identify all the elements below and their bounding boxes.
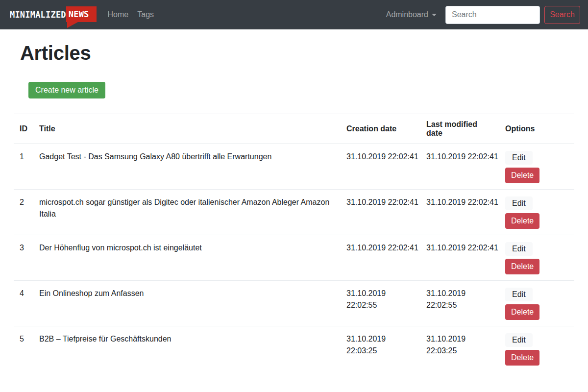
article-title-cell: Ein Onlineshop zum Anfassen [33, 281, 341, 326]
brand-text-news: NEWS [66, 6, 97, 22]
adminboard-dropdown-label: Adminboard [386, 10, 428, 19]
article-title-cell: microspot.ch sogar günstiger als Digitec… [33, 190, 341, 235]
adminboard-dropdown[interactable]: Adminboard [383, 6, 440, 23]
edit-button[interactable]: Edit [505, 288, 533, 301]
article-last-modified-cell: 31.10.2019 22:02:55 [420, 281, 499, 326]
edit-button[interactable]: Edit [505, 151, 533, 165]
delete-button[interactable]: Delete [505, 304, 539, 320]
article-creation-date-cell: 31.10.2019 22:02:41 [341, 190, 420, 235]
top-navbar: MINIMALIZEDNEWS Home Tags Adminboard Sea… [0, 0, 588, 29]
article-last-modified-cell: 31.10.2019 22:02:41 [420, 235, 499, 281]
column-header-id: ID [14, 114, 33, 144]
articles-table-body: 1 Gadget Test - Das Samsung Galaxy A80 ü… [14, 144, 574, 372]
table-row: 1 Gadget Test - Das Samsung Galaxy A80 ü… [14, 144, 574, 190]
article-id-cell: 4 [14, 281, 33, 326]
create-new-article-button[interactable]: Create new article [28, 82, 105, 98]
delete-button[interactable]: Delete [505, 259, 539, 274]
article-last-modified-cell: 31.10.2019 22:03:25 [420, 326, 499, 372]
edit-button[interactable]: Edit [505, 196, 533, 210]
table-header-row: ID Title Creation date Last modified dat… [14, 114, 574, 144]
article-title-cell: B2B – Tiefpreise für Geschäftskunden [33, 326, 341, 372]
article-last-modified-cell: 31.10.2019 22:02:41 [420, 144, 499, 190]
column-header-title: Title [33, 114, 341, 144]
table-row: 2 microspot.ch sogar günstiger als Digit… [14, 190, 574, 235]
article-options-cell: Edit Delete [499, 235, 574, 281]
column-header-last-modified-date: Last modified date [420, 114, 499, 144]
article-last-modified-cell: 31.10.2019 22:02:41 [420, 190, 499, 235]
article-id-cell: 5 [14, 326, 33, 372]
delete-button[interactable]: Delete [505, 350, 539, 366]
chevron-down-icon [432, 14, 437, 16]
navbar-right: Adminboard Search [383, 6, 580, 24]
table-row: 4 Ein Onlineshop zum Anfassen 31.10.2019… [14, 281, 574, 326]
brand-logo[interactable]: MINIMALIZEDNEWS [10, 7, 97, 22]
article-options-cell: Edit Delete [499, 190, 574, 235]
delete-button[interactable]: Delete [505, 213, 539, 229]
articles-table: ID Title Creation date Last modified dat… [14, 114, 574, 371]
search-input[interactable] [445, 6, 540, 24]
article-options-cell: Edit Delete [499, 281, 574, 326]
delete-button[interactable]: Delete [505, 168, 539, 183]
search-button[interactable]: Search [544, 6, 580, 24]
edit-button[interactable]: Edit [505, 242, 533, 256]
article-options-cell: Edit Delete [499, 326, 574, 372]
main-content: Articles Create new article ID Title Cre… [0, 42, 588, 371]
article-id-cell: 2 [14, 190, 33, 235]
nav-links: Home Tags [103, 6, 158, 23]
article-creation-date-cell: 31.10.2019 22:02:41 [341, 144, 420, 190]
article-creation-date-cell: 31.10.2019 22:03:25 [341, 326, 420, 372]
brand-text-minimalized: MINIMALIZED [10, 10, 66, 20]
article-id-cell: 1 [14, 144, 33, 190]
edit-button[interactable]: Edit [505, 333, 533, 347]
article-title-cell: Gadget Test - Das Samsung Galaxy A80 übe… [33, 144, 341, 190]
table-row: 5 B2B – Tiefpreise für Geschäftskunden 3… [14, 326, 574, 372]
article-options-cell: Edit Delete [499, 144, 574, 190]
nav-link-home[interactable]: Home [103, 6, 133, 23]
article-creation-date-cell: 31.10.2019 22:02:55 [341, 281, 420, 326]
column-header-options: Options [499, 114, 574, 144]
articles-table-wrapper: ID Title Creation date Last modified dat… [14, 114, 574, 371]
nav-link-tags[interactable]: Tags [133, 6, 158, 23]
page-title: Articles [20, 42, 574, 64]
article-id-cell: 3 [14, 235, 33, 281]
table-row: 3 Der Höhenflug von microspot.ch ist ein… [14, 235, 574, 281]
column-header-creation-date: Creation date [341, 114, 420, 144]
article-creation-date-cell: 31.10.2019 22:02:41 [341, 235, 420, 281]
article-title-cell: Der Höhenflug von microspot.ch ist einge… [33, 235, 341, 281]
